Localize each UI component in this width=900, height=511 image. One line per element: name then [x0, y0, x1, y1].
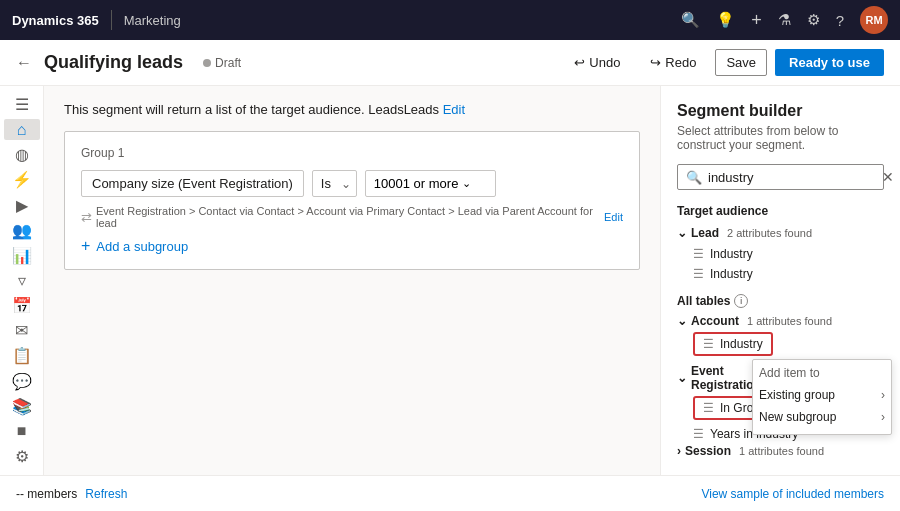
undo-button[interactable]: ↩ Undo [563, 49, 631, 76]
account-section: ⌄ Account 1 attributes found ☰ Industry [677, 314, 884, 356]
attr-icon: ☰ [693, 247, 704, 261]
left-sidebar: ☰ ⌂ ◍ ⚡ ▶ 👥 📊 ▿ 📅 ✉ 📋 💬 📚 ■ ⚙ [0, 86, 44, 475]
chevron-down-icon: ⌄ [677, 226, 687, 240]
session-count: 1 attributes found [739, 445, 824, 457]
right-panel: Segment builder Select attributes from b… [660, 86, 900, 475]
lead-industry-2[interactable]: ☰ Industry [677, 264, 884, 284]
sidebar-item-menu[interactable]: ☰ [4, 94, 40, 115]
session-section: › Session 1 attributes found [677, 444, 884, 458]
content-area: This segment will return a list of the t… [44, 86, 660, 475]
existing-group-option[interactable]: Existing group › [753, 384, 891, 406]
attr-icon: ☰ [703, 401, 714, 415]
desc-prefix: This segment will return a list of the t… [64, 102, 365, 117]
subbar: ← Qualifying leads Draft ↩ Undo ↪ Redo S… [0, 40, 900, 86]
sidebar-item-email[interactable]: ✉ [4, 320, 40, 341]
session-label: Session [685, 444, 731, 458]
group-box: Group 1 Company size (Event Registration… [64, 131, 640, 270]
save-button[interactable]: Save [715, 49, 767, 76]
module-name: Marketing [124, 13, 181, 28]
sidebar-item-lightning[interactable]: ⚡ [4, 169, 40, 190]
settings-icon[interactable]: ⚙ [807, 11, 820, 29]
ready-button[interactable]: Ready to use [775, 49, 884, 76]
account-industry-container: ☰ Industry [693, 332, 773, 356]
search-clear-button[interactable]: ✕ [882, 169, 894, 185]
brand-name: Dynamics 365 [12, 13, 99, 28]
group-label: Group 1 [81, 146, 623, 160]
back-button[interactable]: ← [16, 54, 32, 72]
panel-title: Segment builder [677, 102, 884, 120]
sidebar-item-calendar[interactable]: 📅 [4, 295, 40, 316]
sidebar-item-recent[interactable]: ◍ [4, 144, 40, 165]
chevron-right-icon: › [881, 388, 885, 402]
attr-label: Industry [720, 337, 763, 351]
account-count: 1 attributes found [747, 315, 832, 327]
info-icon: i [734, 294, 748, 308]
chevron-down-icon: ⌄ [677, 314, 687, 328]
operator-select[interactable]: Is [312, 170, 357, 197]
path-text: Event Registration > Contact via Contact… [96, 205, 600, 229]
attr-icon: ☰ [693, 427, 704, 441]
sidebar-item-funnel[interactable]: ▿ [4, 270, 40, 291]
account-industry-item[interactable]: ☰ Industry [693, 332, 773, 356]
chevron-right-icon: › [881, 410, 885, 424]
attr-label: Industry [710, 267, 753, 281]
sidebar-item-settings[interactable]: ⚙ [4, 446, 40, 467]
condition-attribute: Company size (Event Registration) [81, 170, 304, 197]
panel-desc: Select attributes from below to construc… [677, 124, 884, 152]
lead-label: Lead [691, 226, 719, 240]
sidebar-item-play[interactable]: ▶ [4, 195, 40, 216]
sidebar-item-home[interactable]: ⌂ [4, 119, 40, 140]
refresh-link[interactable]: Refresh [85, 487, 127, 501]
all-tables-title: All tables i [677, 294, 884, 308]
lightbulb-icon[interactable]: 💡 [716, 11, 735, 29]
search-icon[interactable]: 🔍 [681, 11, 700, 29]
redo-button[interactable]: ↪ Redo [639, 49, 707, 76]
chevron-down-icon: ⌄ [462, 177, 471, 190]
edit-link[interactable]: Edit [443, 102, 465, 117]
lead-section: ⌄ Lead 2 attributes found ☰ Industry ☰ I… [677, 226, 884, 284]
sidebar-item-books[interactable]: 📚 [4, 396, 40, 417]
sidebar-item-forms[interactable]: 📋 [4, 345, 40, 366]
sidebar-item-contacts[interactable]: 👥 [4, 220, 40, 241]
chevron-right-icon: › [677, 444, 681, 458]
sidebar-item-chat[interactable]: 💬 [4, 371, 40, 392]
filter-icon[interactable]: ⚗ [778, 11, 791, 29]
desc-entity: Leads [368, 102, 403, 117]
main-layout: ☰ ⌂ ◍ ⚡ ▶ 👥 📊 ▿ 📅 ✉ 📋 💬 📚 ■ ⚙ This segme… [0, 86, 900, 475]
subbar-actions: ↩ Undo ↪ Redo Save Ready to use [563, 49, 884, 76]
target-audience-title: Target audience [677, 204, 884, 218]
search-icon: 🔍 [686, 170, 702, 185]
account-section-header[interactable]: ⌄ Account 1 attributes found [677, 314, 884, 328]
operator-select-wrap: Is [312, 170, 357, 197]
attr-icon: ☰ [703, 337, 714, 351]
topbar: Dynamics 365 Marketing 🔍 💡 + ⚗ ⚙ ? RM [0, 0, 900, 40]
plus-icon[interactable]: + [751, 10, 762, 31]
lead-industry-1[interactable]: ☰ Industry [677, 244, 884, 264]
condition-value[interactable]: 10001 or more ⌄ [365, 170, 497, 197]
page-title: Qualifying leads [44, 52, 183, 73]
search-input[interactable] [708, 170, 876, 185]
topbar-actions: 🔍 💡 + ⚗ ⚙ ? RM [681, 6, 888, 34]
members-count: -- members [16, 487, 77, 501]
event-registration-section: ⌄ Event Registration 2 attributes found … [677, 364, 884, 444]
lead-section-header[interactable]: ⌄ Lead 2 attributes found [677, 226, 884, 240]
sidebar-item-chart[interactable]: 📊 [4, 245, 40, 266]
add-subgroup-button[interactable]: + Add a subgroup [81, 237, 623, 255]
help-icon[interactable]: ? [836, 12, 844, 29]
view-sample-link[interactable]: View sample of included members [701, 487, 884, 501]
status-badge: Draft [215, 56, 241, 70]
path-edit-link[interactable]: Edit [604, 211, 623, 223]
bottom-bar: -- members Refresh View sample of includ… [0, 475, 900, 511]
attr-label: Industry [710, 247, 753, 261]
path-row: ⇄ Event Registration > Contact via Conta… [81, 205, 623, 229]
path-icon: ⇄ [81, 210, 92, 225]
avatar[interactable]: RM [860, 6, 888, 34]
condition-row: Company size (Event Registration) Is 100… [81, 170, 623, 197]
session-header[interactable]: › Session 1 attributes found [677, 444, 884, 458]
search-box: 🔍 ✕ [677, 164, 884, 190]
tooltip-title: Add item to [753, 366, 891, 380]
add-item-tooltip: Add item to Existing group › New subgrou… [752, 359, 892, 435]
sidebar-item-grid[interactable]: ■ [4, 421, 40, 442]
undo-icon: ↩ [574, 55, 585, 70]
new-subgroup-option[interactable]: New subgroup › [753, 406, 891, 428]
